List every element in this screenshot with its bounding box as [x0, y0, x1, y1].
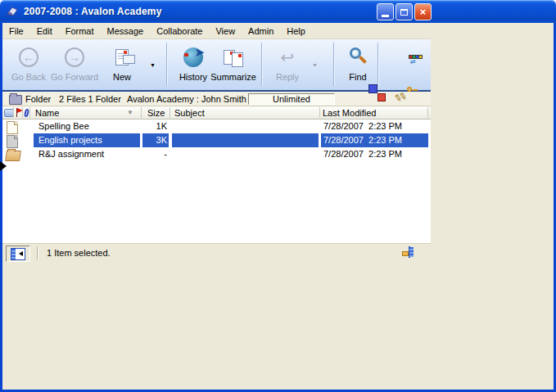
- column-name[interactable]: Name: [35, 108, 59, 118]
- toolbar: ← Go Back → Go Forward New ▼ ➤: [2, 39, 431, 92]
- row-spelling-bee-size[interactable]: 1K: [141, 121, 167, 131]
- folder-row-icon: [5, 151, 21, 161]
- menu-bar: File Edit Format Message Collaborate Vie…: [2, 23, 431, 39]
- window-title: 2007-2008 : Avalon Academy: [24, 6, 162, 17]
- row-rj-assignment-name[interactable]: R&J assignment: [38, 149, 104, 159]
- row-english-projects-modified[interactable]: 7/28/2007 2:23 PM: [323, 135, 402, 145]
- status-bar: 1 Item selected.: [2, 243, 431, 262]
- row-rj-assignment-modified[interactable]: 7/28/2007 2:23 PM: [323, 149, 402, 159]
- new-dropdown-arrow[interactable]: ▼: [150, 59, 156, 69]
- sidebar-toggle-button[interactable]: [6, 246, 30, 262]
- column-size[interactable]: Size: [147, 108, 165, 118]
- document-list: Spelling Bee 1K 7/28/2007 2:23 PM Englis…: [2, 119, 431, 243]
- reply-dropdown-arrow[interactable]: ▼: [312, 59, 318, 69]
- row-spelling-bee-name[interactable]: Spelling Bee: [38, 121, 89, 131]
- menu-collaborate[interactable]: Collaborate: [150, 25, 209, 38]
- new-button[interactable]: New: [102, 42, 142, 88]
- go-back-button[interactable]: ← Go Back: [7, 42, 50, 88]
- view-margin-marker: [0, 161, 7, 171]
- location-indicator-icon: [409, 246, 410, 258]
- menu-message[interactable]: Message: [101, 25, 151, 38]
- history-icon: ➤: [183, 47, 203, 67]
- row-english-projects-size[interactable]: 3K: [141, 135, 167, 145]
- menu-file[interactable]: File: [2, 25, 30, 38]
- menu-edit[interactable]: Edit: [30, 25, 59, 38]
- reply-button[interactable]: ↩ Reply: [268, 42, 307, 88]
- column-last-modified[interactable]: Last Modified: [323, 108, 376, 118]
- document-icon: [7, 135, 18, 148]
- attachment-column-icon[interactable]: [24, 109, 29, 118]
- summarize-button[interactable]: Summarize: [207, 42, 260, 88]
- name-column-menu-arrow[interactable]: ▼: [127, 109, 133, 116]
- menu-help[interactable]: Help: [280, 25, 312, 38]
- minimize-button[interactable]: [377, 3, 394, 20]
- sidebar-toggle-icon: [11, 248, 25, 260]
- column-subject[interactable]: Subject: [174, 108, 205, 118]
- maximize-button[interactable]: [396, 3, 413, 20]
- go-back-icon: ←: [19, 47, 38, 67]
- folder-type-label: Folder: [25, 94, 51, 104]
- reply-icon: ↩: [281, 47, 295, 67]
- desktop: Journal : Avalon Academy × File Edit For…: [0, 0, 556, 392]
- folder-info-bar: Folder 2 Files 1 Folder Avalon Academy :…: [2, 92, 431, 106]
- year-titlebar[interactable]: 2007-2008 : Avalon Academy ×: [0, 0, 556, 23]
- menu-view[interactable]: View: [209, 25, 242, 38]
- document-icon: [7, 121, 18, 134]
- location-indicator-button[interactable]: [409, 247, 410, 257]
- find-button[interactable]: Find: [340, 42, 376, 88]
- menu-format[interactable]: Format: [59, 25, 101, 38]
- menu-admin[interactable]: Admin: [242, 25, 280, 38]
- go-forward-icon: →: [65, 47, 84, 67]
- folder-counts: 2 Files 1 Folder: [59, 94, 121, 104]
- close-button[interactable]: ×: [414, 3, 432, 20]
- quota-field: Unlimited: [248, 93, 335, 105]
- year-window: 2007-2008 : Avalon Academy × File Edit F…: [0, 336, 433, 392]
- row-rj-assignment-size[interactable]: -: [141, 149, 167, 159]
- row-english-projects-name[interactable]: English projects: [38, 135, 102, 145]
- column-header-row: Name ▼ Size Subject Last Modified: [2, 106, 431, 119]
- row-spelling-bee-modified[interactable]: 7/28/2007 2:23 PM: [323, 121, 402, 131]
- folder-icon: [9, 95, 22, 105]
- folder-owner: Avalon Academy : John Smith: [127, 94, 246, 104]
- status-text: 1 Item selected.: [47, 248, 111, 258]
- find-icon: [347, 47, 368, 68]
- go-forward-button[interactable]: → Go Forward: [50, 42, 99, 88]
- notebook-app-icon: [6, 5, 19, 18]
